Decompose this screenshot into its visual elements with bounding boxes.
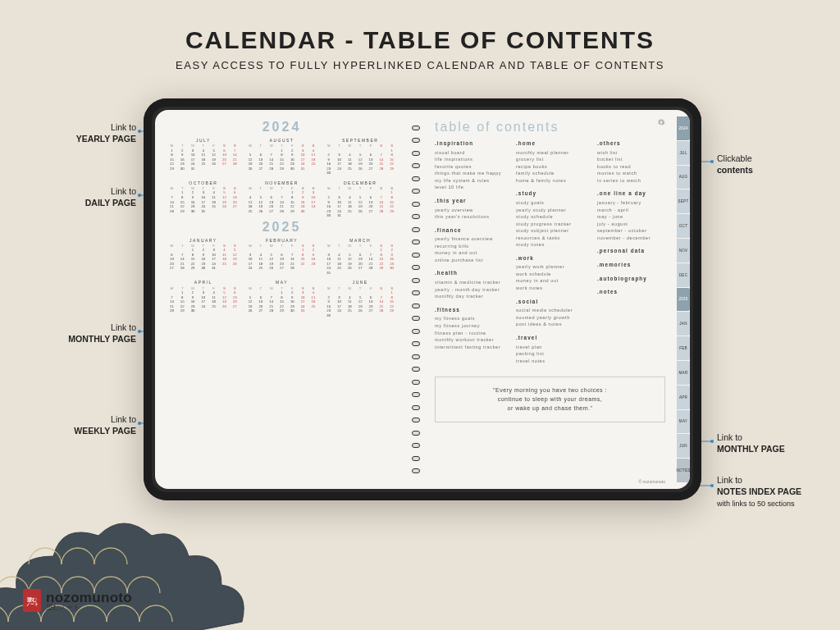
toc-item[interactable]: yearly study planner: [516, 207, 584, 214]
day-cell[interactable]: 26: [255, 209, 266, 214]
toc-item[interactable]: social media scheduler: [516, 307, 584, 314]
toc-item[interactable]: yearly - month day tracker: [435, 286, 503, 294]
day-cell[interactable]: 29: [177, 209, 188, 214]
toc-item[interactable]: post ideas & notes: [516, 321, 584, 328]
toc-item[interactable]: things that make me happy: [435, 170, 503, 177]
gear-icon[interactable]: [657, 118, 665, 126]
day-cell[interactable]: 31: [198, 209, 208, 214]
side-tab-aug[interactable]: AUG: [677, 166, 690, 189]
day-cell[interactable]: 30: [323, 313, 334, 318]
day-cell[interactable]: 26: [266, 266, 276, 271]
toc-item[interactable]: study notes: [516, 241, 584, 249]
year-title-2025[interactable]: 2025: [167, 220, 397, 235]
toc-heading[interactable]: .inspiration: [435, 139, 503, 148]
day-cell[interactable]: 28: [287, 266, 298, 271]
toc-item[interactable]: this year's resolutions: [435, 213, 503, 221]
month-2024-10[interactable]: OCTOBER MTWTFSS1234567891011121314151617…: [167, 180, 240, 218]
toc-heading[interactable]: .others: [597, 139, 665, 148]
toc-item[interactable]: work schedule: [516, 271, 584, 278]
toc-heading[interactable]: .memories: [597, 261, 665, 269]
day-cell[interactable]: 28: [167, 308, 177, 313]
side-tab-jan[interactable]: JAN: [677, 312, 690, 336]
toc-item[interactable]: vitamin & medicine tracker: [435, 279, 503, 286]
day-cell[interactable]: 29: [276, 308, 287, 313]
day-cell[interactable]: 30: [323, 213, 334, 218]
side-tab-may[interactable]: MAY: [677, 410, 690, 434]
day-cell[interactable]: 30: [188, 209, 199, 214]
day-cell[interactable]: 29: [167, 167, 177, 171]
toc-item[interactable]: life inspirations: [435, 156, 503, 163]
toc-heading[interactable]: .home: [516, 139, 584, 148]
month-label[interactable]: AUGUST: [245, 138, 319, 143]
toc-item[interactable]: zoomed yearly growth: [516, 314, 584, 322]
side-tab-jun[interactable]: JUN: [677, 434, 690, 458]
toc-item[interactable]: yearly finance overview: [435, 235, 503, 243]
day-cell[interactable]: 24: [245, 266, 256, 271]
month-label[interactable]: MAY: [245, 280, 319, 285]
side-tab-2024[interactable]: 2024: [677, 116, 690, 140]
toc-item[interactable]: yearly work planner: [516, 263, 584, 271]
toc-item[interactable]: my fitness goals: [435, 315, 503, 322]
day-cell[interactable]: 31: [323, 271, 334, 276]
day-cell[interactable]: 30: [287, 308, 298, 313]
month-label[interactable]: APRIL: [167, 280, 240, 285]
toc-item[interactable]: september - october: [597, 227, 665, 235]
toc-item[interactable]: study schedule: [516, 213, 584, 221]
day-cell[interactable]: 29: [188, 266, 199, 271]
toc-item[interactable]: movies to watch: [597, 170, 665, 177]
side-tab-apr[interactable]: APR: [677, 386, 690, 409]
toc-item[interactable]: visual board: [435, 149, 503, 157]
month-2024-09[interactable]: SEPTEMBER MTWTFSS12345678910111213141516…: [323, 138, 397, 176]
toc-heading[interactable]: .fitness: [435, 306, 503, 314]
toc-item[interactable]: my life system & rules: [435, 177, 503, 185]
month-label[interactable]: MARCH: [323, 238, 397, 243]
toc-heading[interactable]: .notes: [597, 288, 665, 296]
side-tab-jul[interactable]: JUL: [677, 141, 690, 165]
side-tab-sept[interactable]: SEPT: [677, 189, 690, 213]
toc-item[interactable]: july - august: [597, 221, 665, 228]
toc-item[interactable]: level 10 life: [435, 184, 503, 191]
toc-item[interactable]: home & family notes: [516, 177, 584, 185]
toc-item[interactable]: favorite quotes: [435, 163, 503, 171]
day-cell[interactable]: 27: [255, 167, 266, 171]
toc-heading[interactable]: .health: [435, 269, 503, 277]
side-tab-nov[interactable]: NOV: [677, 239, 690, 262]
toc-item[interactable]: work notes: [516, 285, 584, 292]
month-label[interactable]: JUNE: [323, 280, 397, 285]
day-cell[interactable]: 30: [323, 171, 334, 176]
day-cell[interactable]: 27: [255, 308, 266, 313]
toc-item[interactable]: travel plan: [516, 344, 584, 351]
day-cell[interactable]: 26: [245, 167, 256, 171]
month-2024-08[interactable]: AUGUST MTWTFSS12345678910111213141516171…: [245, 138, 319, 176]
day-cell[interactable]: 28: [266, 167, 276, 171]
day-cell[interactable]: 31: [208, 266, 219, 271]
day-cell[interactable]: 26: [245, 308, 256, 313]
toc-item[interactable]: yearly overview: [435, 207, 503, 214]
side-tab-mar[interactable]: MAR: [677, 361, 690, 385]
month-label[interactable]: FEBRUARY: [245, 238, 319, 243]
toc-item[interactable]: recipe books: [516, 163, 584, 171]
toc-item[interactable]: wish list: [597, 149, 665, 157]
day-cell[interactable]: 31: [298, 308, 308, 313]
month-label[interactable]: JULY: [167, 138, 240, 143]
day-cell[interactable]: 29: [177, 308, 188, 313]
month-2024-11[interactable]: NOVEMBER MTWTFSS123456789101112131415161…: [245, 180, 319, 218]
month-label[interactable]: OCTOBER: [167, 180, 240, 185]
toc-heading[interactable]: .this year: [435, 197, 503, 205]
toc-item[interactable]: grocery list: [516, 156, 584, 163]
toc-item[interactable]: january - february: [597, 199, 665, 207]
month-label[interactable]: JANUARY: [167, 238, 240, 243]
month-label[interactable]: NOVEMBER: [245, 180, 319, 185]
toc-heading[interactable]: .finance: [435, 226, 503, 235]
side-tab-oct[interactable]: OCT: [677, 214, 690, 238]
day-cell[interactable]: 28: [167, 209, 177, 214]
toc-item[interactable]: packing list: [516, 350, 584, 358]
year-title-2024[interactable]: 2024: [167, 120, 397, 135]
toc-item[interactable]: money in and out: [435, 249, 503, 257]
day-cell[interactable]: 27: [276, 266, 287, 271]
toc-item[interactable]: resources & tasks: [516, 235, 584, 242]
day-cell[interactable]: 27: [167, 266, 177, 271]
toc-heading[interactable]: .one line a day: [597, 189, 665, 198]
toc-item[interactable]: monthly meal planner: [516, 149, 584, 157]
day-cell[interactable]: 30: [198, 266, 208, 271]
